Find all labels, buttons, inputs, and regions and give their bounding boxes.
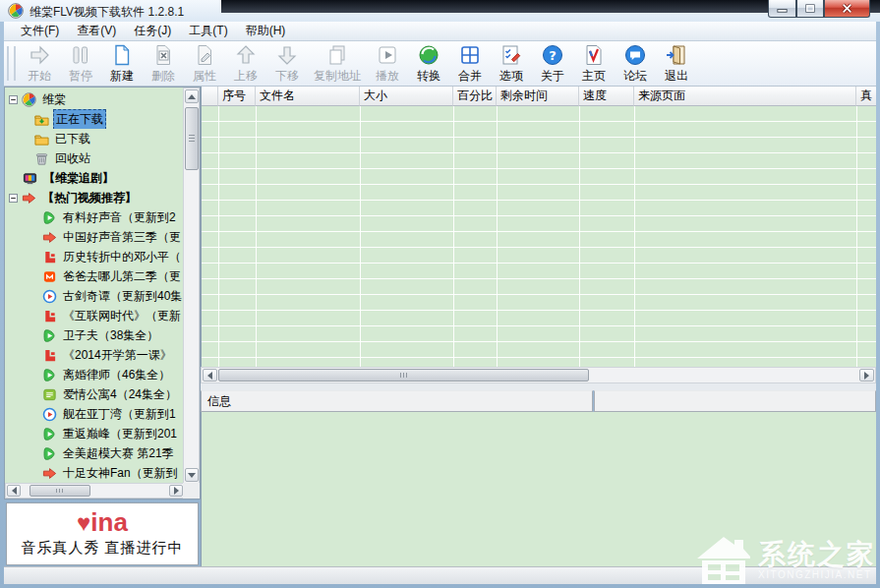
minimize-button[interactable] xyxy=(768,0,796,18)
new-task-icon xyxy=(110,43,134,67)
tree-item[interactable]: 舰在亚丁湾（更新到1 xyxy=(5,404,184,424)
menu-item-2[interactable]: 任务(J) xyxy=(125,22,180,40)
info-panel-header: 信息 xyxy=(201,390,876,412)
play-file-icon xyxy=(376,43,399,67)
maximize-button[interactable] xyxy=(796,0,824,18)
tree-item[interactable]: 《2014开学第一课》 xyxy=(5,345,184,365)
scroll-left-icon[interactable] xyxy=(203,369,217,382)
ad-tagline: 音乐真人秀 直播进行中 xyxy=(7,539,198,558)
info-header-extra[interactable] xyxy=(594,390,876,412)
tree-item[interactable]: 卫子夫（38集全） xyxy=(5,325,184,345)
tree-expander-icon[interactable] xyxy=(9,194,18,203)
column-header-7[interactable]: 来源页面 xyxy=(634,87,856,106)
tree-vscroll-thumb[interactable] xyxy=(185,107,199,170)
grid-line xyxy=(256,106,257,367)
toolbar-pause-button: 暂停 xyxy=(60,41,101,86)
tree-item[interactable]: 离婚律师（46集全） xyxy=(5,365,184,384)
column-header-6[interactable]: 速度 xyxy=(579,87,634,106)
properties-icon xyxy=(193,43,216,67)
folder-icon xyxy=(34,132,49,147)
toolbar-forum-button[interactable]: 论坛 xyxy=(615,41,656,86)
toolbar-button-label: 下移 xyxy=(275,68,299,85)
caption-buttons xyxy=(768,0,870,18)
tree-item[interactable]: 已下载 xyxy=(5,129,184,148)
toolbar-convert-button[interactable]: 转换 xyxy=(408,41,449,86)
move-down-icon xyxy=(275,43,299,67)
tree-item-label: 离婚律师（46集全） xyxy=(61,366,172,384)
tree-expander-icon[interactable] xyxy=(9,95,18,104)
tree-item[interactable]: 古剑奇谭（更新到40集 xyxy=(5,286,184,306)
toolbar-button-label: 新建 xyxy=(110,68,134,85)
tree-item-label: 爸爸去哪儿第二季（更 xyxy=(61,267,183,286)
menu-item-0[interactable]: 文件(F) xyxy=(12,22,68,40)
toolbar-button-label: 属性 xyxy=(193,68,216,85)
scroll-left-icon[interactable] xyxy=(7,485,21,497)
menu-item-1[interactable]: 查看(V) xyxy=(68,22,125,40)
ad-banner[interactable]: ♥ina 音乐真人秀 直播进行中 xyxy=(6,502,199,565)
tree-item[interactable]: 正在下载 xyxy=(5,109,184,129)
tree-item[interactable]: 全美超模大赛 第21季 xyxy=(5,443,184,463)
close-button[interactable] xyxy=(824,0,870,18)
column-header-1[interactable]: 序号 xyxy=(218,87,256,106)
tree-item[interactable]: 历史转折中的邓小平（ xyxy=(5,247,184,266)
column-header-3[interactable]: 大小 xyxy=(360,87,453,106)
tree-item[interactable]: 维棠 xyxy=(5,89,184,109)
scroll-right-icon[interactable] xyxy=(859,369,874,382)
tree-item[interactable]: 有料好声音（更新到2 xyxy=(5,207,184,227)
toolbar-button-label: 退出 xyxy=(665,68,688,85)
tree-item[interactable]: 爱情公寓4（24集全） xyxy=(5,384,184,404)
info-header-label[interactable]: 信息 xyxy=(201,390,593,412)
toolbar-merge-button[interactable]: 合并 xyxy=(449,41,491,86)
tree-item[interactable]: 重返巅峰（更新到201 xyxy=(5,424,184,443)
tree-item-label: 重返巅峰（更新到201 xyxy=(61,425,179,443)
tree-item[interactable]: 爸爸去哪儿第二季（更 xyxy=(5,266,184,286)
pause-icon xyxy=(69,43,92,67)
tree-vertical-scrollbar[interactable] xyxy=(183,88,200,484)
tree-horizontal-scrollbar[interactable] xyxy=(5,483,185,499)
merge-icon xyxy=(458,43,482,67)
column-header-5[interactable]: 剩余时间 xyxy=(497,87,579,106)
toolbar-button-label: 选项 xyxy=(499,68,523,85)
tree-item-label: 【维棠追剧】 xyxy=(41,169,116,188)
copy-url-icon xyxy=(325,43,349,67)
column-header-0[interactable] xyxy=(202,87,218,106)
tree-item[interactable]: 十足女神Fan（更新到 xyxy=(5,463,184,483)
scroll-down-icon[interactable] xyxy=(185,468,199,482)
tree-item[interactable]: 中国好声音第三季（更 xyxy=(5,227,184,247)
toolbar-start-button: 开始 xyxy=(19,41,60,86)
toolbar-about-button[interactable]: ?关于 xyxy=(532,41,573,86)
table-horizontal-scrollbar[interactable] xyxy=(201,367,876,383)
title-bar[interactable]: 维棠FLV视频下载软件 1.2.8.1 xyxy=(0,0,880,22)
scroll-up-icon[interactable] xyxy=(185,89,199,103)
menu-item-3[interactable]: 工具(T) xyxy=(180,22,236,40)
tree-item-label: 全美超模大赛 第21季 xyxy=(61,444,176,463)
download-table-header: 序号文件名大小百分比剩余时间速度来源页面真 xyxy=(201,87,876,106)
menu-item-4[interactable]: 帮助(H) xyxy=(237,22,295,40)
tree-item-label: 十足女神Fan（更新到 xyxy=(61,464,180,483)
tree-item[interactable]: 《互联网时代》（更新 xyxy=(5,306,184,325)
tree-hscroll-thumb[interactable] xyxy=(29,485,90,497)
column-header-8[interactable]: 真 xyxy=(856,87,876,106)
tree-item-label: 古剑奇谭（更新到40集 xyxy=(61,287,184,306)
tree-item[interactable]: 回收站 xyxy=(5,148,184,168)
column-header-4[interactable]: 百分比 xyxy=(453,87,497,106)
download-table-body[interactable] xyxy=(201,106,876,367)
column-header-2[interactable]: 文件名 xyxy=(256,87,360,106)
forum-icon xyxy=(623,43,647,67)
toolbar-options-button[interactable]: 选项 xyxy=(491,41,532,86)
red-arrow-icon xyxy=(22,191,36,206)
toolbar-homepage-button[interactable]: 主页 xyxy=(573,41,615,86)
tree-item[interactable]: 【维棠追剧】 xyxy=(5,168,184,188)
toolbar-new-task-button[interactable]: 新建 xyxy=(101,41,143,86)
tree-item-label: 正在下载 xyxy=(53,109,106,129)
tree-item-label: 回收站 xyxy=(53,149,92,168)
app-green-icon xyxy=(42,387,57,402)
letv-icon xyxy=(42,348,57,363)
table-hscroll-thumb[interactable] xyxy=(218,369,589,382)
toolbar-exit-button[interactable]: 退出 xyxy=(656,41,697,86)
scroll-right-icon[interactable] xyxy=(169,485,183,497)
grid-line xyxy=(634,106,635,367)
grid-line xyxy=(218,106,219,367)
tree-item[interactable]: 【热门视频推荐】 xyxy=(5,188,184,207)
panel-splitter[interactable] xyxy=(201,383,876,390)
